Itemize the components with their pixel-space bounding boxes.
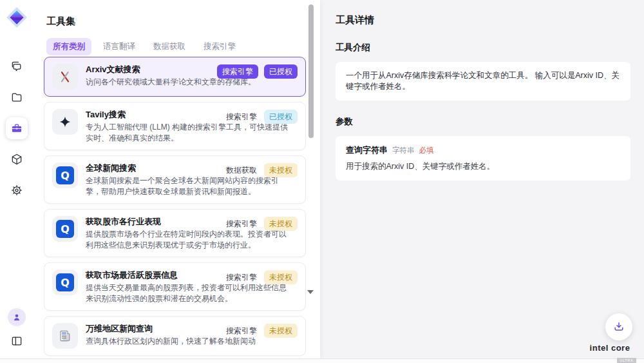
tavily-star-icon (52, 109, 78, 135)
tab-all-categories[interactable]: 所有类别 (46, 38, 91, 55)
nav-toolbox-active[interactable] (6, 117, 28, 139)
settings-icon (10, 184, 23, 197)
newspaper-icon (52, 323, 78, 349)
layout-icon (10, 335, 23, 348)
scrollbar-thumb[interactable] (308, 5, 314, 138)
intro-heading: 工具介绍 (336, 42, 629, 54)
app-logo-icon (6, 6, 28, 28)
toolset-panel: 工具集 所有类别 语言翻译 数据获取 搜索引擎 Arxiv文献搜索 访问各个研究… (33, 0, 320, 358)
tool-description: 全球新闻搜索是一个聚合全球各大新闻网站内容的搜索引擎，帮助用户快速获取全球最新资… (86, 175, 293, 197)
intro-text: 一个用于从Arxiv存储库搜索科学论文和文章的工具。 输入可以是Arxiv ID… (346, 70, 620, 92)
download-button[interactable] (605, 313, 632, 340)
category-badge: 搜索引擎 (217, 64, 258, 79)
nav-packages[interactable] (6, 148, 28, 170)
cube-icon (10, 153, 23, 166)
nav-chat[interactable] (6, 55, 28, 77)
param-required-label: 必填 (419, 146, 434, 155)
params-heading: 参数 (336, 116, 629, 128)
chat-icon (10, 60, 23, 73)
detail-title: 工具详情 (336, 14, 629, 26)
window-bottom-edge (0, 358, 644, 363)
nav-settings[interactable] (6, 179, 28, 201)
tool-detail-panel: 工具详情 工具介绍 一个用于从Arxiv存储库搜索科学论文和文章的工具。 输入可… (320, 0, 644, 358)
rail-bottom (0, 308, 33, 351)
param-name: 查询字符串 (346, 144, 388, 156)
tool-card-active-stocks[interactable]: Q 获取市场最活跃股票信息 提供当天交易量最高的股票列表，投资者可以利用这些信息… (44, 262, 306, 311)
nav-files[interactable] (6, 86, 28, 108)
intro-card: 一个用于从Arxiv存储库搜索科学论文和文章的工具。 输入可以是Arxiv ID… (336, 62, 630, 101)
tool-description: 专为人工智能代理 (LLM) 构建的搜索引擎工具，可快速提供实时、准确和真实的结… (86, 122, 293, 143)
intel-ultra-badge: ultra (617, 358, 636, 363)
toolset-title: 工具集 (46, 15, 75, 28)
tab-data-fetch[interactable]: 数据获取 (147, 38, 192, 55)
category-badge: 搜索引擎 (225, 217, 258, 231)
intel-brand-text: intel core (590, 343, 630, 353)
app-window: 工具集 所有类别 语言翻译 数据获取 搜索引擎 Arxiv文献搜索 访问各个研究… (0, 0, 644, 363)
tool-card-regional-news[interactable]: 万维地区新闻查询 查询具体行政区划内的新闻，快速了解各地新闻动 搜索引擎 未授权 (44, 316, 306, 356)
scrollbar-down-arrow[interactable] (307, 290, 314, 294)
auth-status-badge: 已授权 (264, 64, 298, 79)
folder-icon (10, 91, 23, 104)
param-description: 用于搜索的Arxiv ID、关键字或作者姓名。 (346, 161, 620, 172)
auth-status-badge: 已授权 (264, 110, 298, 124)
user-avatar[interactable] (8, 308, 26, 326)
param-card: 查询字符串 字符串 必填 用于搜索的Arxiv ID、关键字或作者姓名。 (336, 136, 630, 181)
tool-description: 提供当天交易量最高的股票列表，投资者可以利用这些信息来识别流动性强的股票和潜在的… (86, 282, 293, 304)
tool-card-arxiv[interactable]: Arxiv文献搜索 访问各个研究领域大量科学论文和文章的存储库。 搜索引擎 已授… (44, 57, 306, 97)
tab-language-translation[interactable]: 语言翻译 (97, 38, 142, 55)
rail-nav (6, 55, 28, 201)
tool-card-sector-performance[interactable]: Q 获取股市各行业表现 提供股票市场各个行业在特定时间段内的表现。投资者可以利用… (44, 209, 306, 257)
tab-search-engine[interactable]: 搜索引擎 (197, 38, 242, 55)
tool-card-tavily[interactable]: Tavily搜索 专为人工智能代理 (LLM) 构建的搜索引擎工具，可快速提供实… (44, 102, 306, 150)
category-badge: 搜索引擎 (225, 270, 258, 284)
auth-status-badge: 未授权 (264, 324, 298, 338)
left-rail (0, 0, 33, 358)
arxiv-logo (52, 64, 78, 90)
tool-description: 提供股票市场各个行业在特定时间段内的表现。投资者可以利用这些信息来识别表现优于或… (86, 229, 293, 250)
category-tabs: 所有类别 语言翻译 数据获取 搜索引擎 (46, 38, 242, 55)
tool-card-global-news[interactable]: Q 全球新闻搜索 全球新闻搜索是一个聚合全球各大新闻网站内容的搜索引擎，帮助用户… (44, 155, 306, 204)
q-logo: Q (56, 166, 74, 184)
user-avatar-icon (12, 312, 22, 322)
auth-status-badge: 未授权 (264, 270, 298, 284)
category-badge: 搜索引擎 (225, 110, 258, 124)
tool-list: Arxiv文献搜索 访问各个研究领域大量科学论文和文章的存储库。 搜索引擎 已授… (44, 57, 306, 358)
intel-core-logo: intel core ultra (582, 343, 638, 363)
category-badge: 数据获取 (225, 163, 258, 177)
auth-status-badge: 未授权 (264, 217, 298, 231)
toolbox-icon (10, 122, 23, 135)
param-type: 字符串 (392, 146, 415, 155)
toggle-panel-button[interactable] (7, 331, 26, 351)
download-icon (612, 320, 625, 333)
category-badge: 搜索引擎 (225, 324, 258, 338)
q-logo: Q (56, 273, 74, 291)
q-logo: Q (56, 220, 74, 238)
auth-status-badge: 未授权 (264, 163, 298, 177)
